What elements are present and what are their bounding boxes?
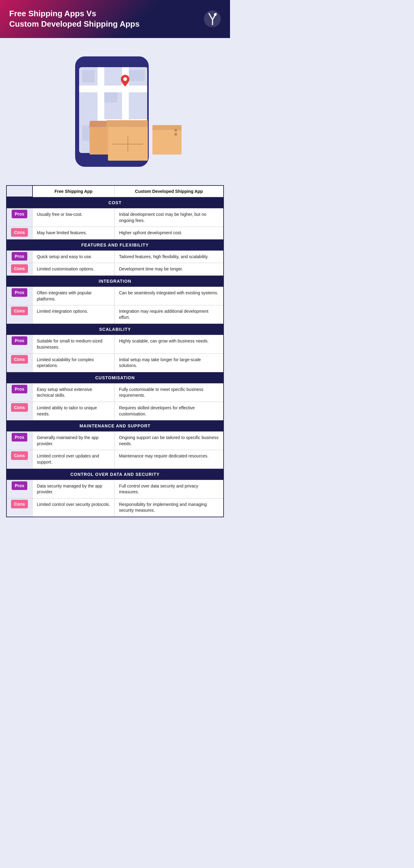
pros-label-cell: Pros — [6, 335, 32, 353]
custom-app-cell: Ongoing support can be tailored to speci… — [114, 432, 224, 450]
cons-label-cell: Cons — [6, 402, 32, 421]
pros-badge: Pros — [12, 252, 27, 260]
table-row: ConsLimited scalability for complex oper… — [6, 353, 224, 372]
pros-label-cell: Pros — [6, 287, 32, 305]
custom-app-cell: Requires skilled developers for effectiv… — [114, 402, 224, 421]
table-row: ConsLimited control over updates and sup… — [6, 450, 224, 468]
table-row: ProsUsually free or low-cost.Initial dev… — [6, 209, 224, 227]
table-row: ProsGenerally maintained by the app prov… — [6, 432, 224, 450]
boxes-illustration — [87, 112, 182, 173]
custom-app-cell: Tailored features, high flexibility, and… — [114, 250, 224, 263]
cons-label-cell: Cons — [6, 450, 32, 468]
hero-section — [0, 38, 230, 182]
free-app-cell: Limited control over updates and support… — [32, 450, 115, 468]
free-app-cell: Limited scalability for complex operatio… — [32, 353, 115, 372]
table-row: ConsLimited ability to tailor to unique … — [6, 402, 224, 421]
custom-app-cell: Initial development cost may be higher, … — [114, 209, 224, 227]
free-app-cell: Generally maintained by the app provider… — [32, 432, 115, 450]
svg-point-2 — [123, 77, 127, 81]
pros-badge: Pros — [12, 210, 27, 218]
logo — [204, 10, 221, 27]
header-title-line1: Free Shipping Apps Vs — [9, 9, 96, 18]
cons-badge: Cons — [11, 403, 28, 412]
pros-badge: Pros — [12, 288, 27, 297]
cons-label-cell: Cons — [6, 263, 32, 276]
table-container: Free Shipping App Custom Developed Shipp… — [0, 182, 230, 529]
table-row: ProsQuick setup and easy to use.Tailored… — [6, 250, 224, 263]
section-header-row: CUSTOMISATION — [6, 372, 224, 383]
cons-badge: Cons — [11, 228, 28, 237]
free-app-cell: Limited control over security protocols. — [32, 498, 115, 517]
section-header-row: CONTROL OVER DATA AND SECURITY — [6, 468, 224, 480]
cons-label-cell: Cons — [6, 227, 32, 240]
cons-badge: Cons — [11, 451, 28, 460]
custom-app-cell: Initial setup may take longer for large-… — [114, 353, 224, 372]
custom-app-cell: Responsibility for implementing and mana… — [114, 498, 224, 517]
table-row: ConsLimited control over security protoc… — [6, 498, 224, 517]
header-title-line2: Custom Developed Shipping Apps — [9, 19, 140, 29]
header: Free Shipping Apps Vs Custom Developed S… — [0, 0, 230, 38]
table-row: ConsLimited customisation options.Develo… — [6, 263, 224, 276]
cons-label-cell: Cons — [6, 305, 32, 324]
pros-badge: Pros — [12, 385, 27, 393]
free-app-cell: Usually free or low-cost. — [32, 209, 115, 227]
section-header-row: COST — [6, 197, 224, 209]
free-app-cell: Often integrates with popular platforms. — [32, 287, 115, 305]
free-app-cell: Limited integration options. — [32, 305, 115, 324]
free-app-cell: Data security managed by the app provide… — [32, 480, 115, 498]
custom-app-cell: Integration may require additional devel… — [114, 305, 224, 324]
pros-badge: Pros — [12, 336, 27, 345]
cons-badge: Cons — [11, 307, 28, 315]
section-header-row: MAINTENANCE AND SUPPORT — [6, 421, 224, 432]
col-header-custom: Custom Developed Shipping App — [114, 186, 224, 197]
free-app-cell: Suitable for small to medium-sized busin… — [32, 335, 115, 353]
custom-app-cell: Higher upfront development cost. — [114, 227, 224, 240]
pros-label-cell: Pros — [6, 209, 32, 227]
pros-label-cell: Pros — [6, 432, 32, 450]
table-row: ConsLimited integration options.Integrat… — [6, 305, 224, 324]
free-app-cell: Quick setup and easy to use. — [32, 250, 115, 263]
free-app-cell: Limited ability to tailor to unique need… — [32, 402, 115, 421]
section-header-row: FEATURES AND FLEXIBILITY — [6, 239, 224, 250]
comparison-table: Free Shipping App Custom Developed Shipp… — [6, 185, 224, 517]
section-header-row: INTEGRATION — [6, 276, 224, 287]
table-row: ConsMay have limited features.Higher upf… — [6, 227, 224, 240]
free-app-cell: Limited customisation options. — [32, 263, 115, 276]
pros-badge: Pros — [12, 482, 27, 490]
pros-label-cell: Pros — [6, 383, 32, 402]
custom-app-cell: Can be seamlessly integrated with existi… — [114, 287, 224, 305]
section-header-row: SCALABILITY — [6, 324, 224, 335]
pros-badge: Pros — [12, 433, 27, 441]
cons-badge: Cons — [11, 264, 28, 273]
table-row: ProsOften integrates with popular platfo… — [6, 287, 224, 305]
custom-app-cell: Development time may be longer. — [114, 263, 224, 276]
custom-app-cell: Maintenance may require dedicated resour… — [114, 450, 224, 468]
custom-app-cell: Full control over data security and priv… — [114, 480, 224, 498]
col-header-free: Free Shipping App — [32, 186, 115, 197]
free-app-cell: Easy setup without extensive technical s… — [32, 383, 115, 402]
table-row: ProsData security managed by the app pro… — [6, 480, 224, 498]
table-row: ProsSuitable for small to medium-sized b… — [6, 335, 224, 353]
free-app-cell: May have limited features. — [32, 227, 115, 240]
custom-app-cell: Highly scalable, can grow with business … — [114, 335, 224, 353]
svg-point-1 — [214, 13, 216, 16]
cons-badge: Cons — [11, 500, 28, 508]
header-title: Free Shipping Apps Vs Custom Developed S… — [9, 8, 140, 29]
cons-label-cell: Cons — [6, 498, 32, 517]
custom-app-cell: Fully customisable to meet specific busi… — [114, 383, 224, 402]
y-logo-icon — [208, 13, 217, 25]
table-row: ProsEasy setup without extensive technic… — [6, 383, 224, 402]
pros-label-cell: Pros — [6, 480, 32, 498]
cons-label-cell: Cons — [6, 353, 32, 372]
map-pin — [121, 75, 129, 88]
cons-badge: Cons — [11, 355, 28, 364]
phone-illustration — [75, 50, 155, 173]
pros-label-cell: Pros — [6, 250, 32, 263]
